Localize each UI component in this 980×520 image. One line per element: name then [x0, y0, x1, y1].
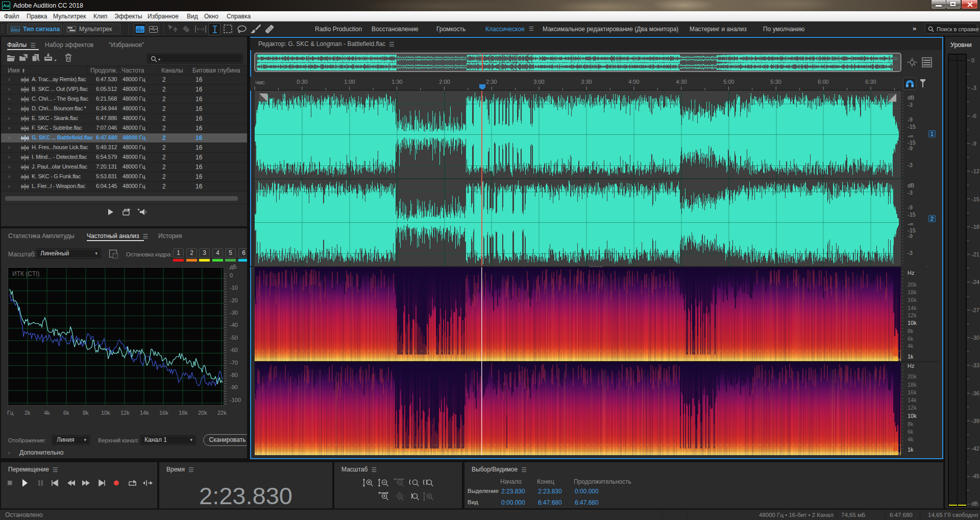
svg-text:ИТК (CTI): ИТК (CTI) — [12, 270, 40, 277]
